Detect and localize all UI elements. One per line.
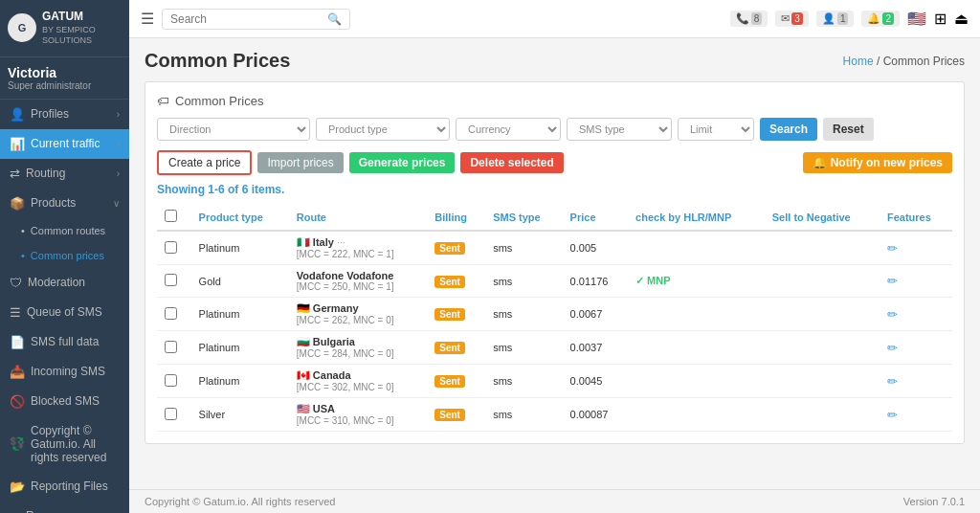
sidebar-item-currency-rates[interactable]: 💱 Copyright © Gatum.io. All rights reser…	[0, 416, 129, 472]
edit-icon[interactable]: ✏	[887, 374, 898, 389]
search-input[interactable]	[170, 12, 323, 26]
row-checkbox[interactable]	[157, 331, 191, 365]
topbar: ☰ 🔍 📞 8 ✉ 3 👤 1 🔔 2 🇺🇸 ⊞ ⏏	[129, 0, 980, 38]
topbar-badge-phone[interactable]: 📞 8	[730, 11, 768, 27]
delete-selected-button[interactable]: Delete selected	[460, 152, 563, 173]
topbar-badge-mail[interactable]: ✉ 3	[775, 11, 809, 27]
row-product-type: Silver	[191, 398, 289, 432]
col-price[interactable]: Price	[563, 204, 628, 231]
chevron-icon: ›	[117, 139, 120, 149]
breadcrumb-home[interactable]: Home	[843, 55, 874, 68]
row-checkbox[interactable]	[157, 398, 191, 432]
logo-text: GATUM BY SEMPICO SOLUTIONS	[42, 10, 122, 47]
row-sms-type: sms	[485, 265, 562, 298]
row-select-checkbox[interactable]	[165, 341, 177, 353]
row-price: 0.005	[563, 231, 628, 265]
row-features[interactable]: ✏	[880, 365, 952, 398]
queue-icon: ☰	[10, 305, 21, 320]
sms-full-icon: 📄	[10, 335, 25, 349]
sidebar-item-incoming-sms[interactable]: 📥 Incoming SMS	[0, 357, 129, 387]
row-select-checkbox[interactable]	[165, 374, 177, 387]
reset-button[interactable]: Reset	[823, 118, 874, 141]
row-features[interactable]: ✏	[880, 298, 952, 331]
sidebar-item-reporting-files[interactable]: 📂 Reporting Files	[0, 472, 129, 502]
sidebar-item-sms-full-data[interactable]: 📄 SMS full data	[0, 327, 129, 357]
row-price: 0.0067	[563, 298, 628, 331]
row-billing: Sent	[427, 298, 485, 331]
row-sell-negative	[765, 365, 880, 398]
col-features[interactable]: Features	[880, 204, 952, 231]
user-section: Victoria Super administrator	[0, 57, 129, 100]
row-product-type: Gold	[191, 265, 289, 298]
sidebar-item-products[interactable]: 📦 Products ∨	[0, 189, 129, 218]
direction-filter[interactable]: Direction	[157, 118, 310, 141]
select-all-checkbox[interactable]	[165, 210, 177, 222]
sidebar-item-common-routes[interactable]: • Common routes	[0, 218, 129, 243]
row-hlr-mnp	[628, 298, 765, 331]
user-name: Victoria	[8, 65, 122, 80]
sidebar-item-responses[interactable]: ↩ Responses ›	[0, 502, 129, 513]
row-sms-type: sms	[485, 331, 562, 365]
topbar-badge-bell[interactable]: 🔔 2	[861, 11, 900, 27]
sidebar-item-routing[interactable]: ⇄ Routing ›	[0, 159, 129, 189]
row-hlr-mnp	[628, 231, 765, 265]
row-checkbox[interactable]	[157, 231, 191, 265]
incoming-icon: 📥	[10, 365, 25, 379]
sidebar-item-moderation[interactable]: 🛡 Moderation	[0, 268, 129, 298]
table-row: Platinum 🇧🇬 Bulgaria[MCC = 284, MNC = 0]…	[157, 331, 952, 365]
row-select-checkbox[interactable]	[165, 241, 177, 254]
row-checkbox[interactable]	[157, 365, 191, 398]
col-billing[interactable]: Billing	[427, 204, 485, 231]
row-features[interactable]: ✏	[880, 398, 952, 432]
row-features[interactable]: ✏	[880, 231, 952, 265]
generate-prices-button[interactable]: Generate prices	[349, 152, 456, 173]
flag-icon[interactable]: 🇺🇸	[907, 10, 926, 28]
exit-icon[interactable]: ⏏	[954, 10, 969, 28]
page-title: Common Prices	[145, 50, 290, 72]
col-sell-negative[interactable]: Sell to Negative	[765, 204, 880, 231]
create-price-button[interactable]: Create a price	[157, 150, 252, 175]
row-sell-negative	[765, 298, 880, 331]
row-hlr-mnp	[628, 331, 765, 365]
grid-icon[interactable]: ⊞	[934, 10, 947, 28]
row-checkbox[interactable]	[157, 265, 191, 298]
notify-button[interactable]: 🔔 Notify on new prices	[803, 152, 952, 173]
search-box[interactable]: 🔍	[162, 9, 350, 30]
sidebar-item-common-prices[interactable]: • Common prices	[0, 243, 129, 268]
bell-notify-icon: 🔔	[813, 156, 830, 169]
sidebar-item-blocked-sms[interactable]: 🚫 Blocked SMS	[0, 387, 129, 416]
row-select-checkbox[interactable]	[165, 408, 177, 420]
row-select-checkbox[interactable]	[165, 307, 177, 320]
search-button[interactable]: Search	[760, 118, 817, 141]
row-select-checkbox[interactable]	[165, 274, 177, 286]
edit-icon[interactable]: ✏	[887, 274, 898, 288]
topbar-badge-user[interactable]: 👤 1	[816, 11, 855, 27]
table-row: Gold Vodafone Vodafone[MCC = 250, MNC = …	[157, 265, 952, 298]
row-hlr-mnp	[628, 398, 765, 432]
sidebar-item-current-traffic[interactable]: 📊 Current traffic ›	[0, 129, 129, 159]
limit-filter[interactable]: Limit	[678, 118, 754, 141]
row-features[interactable]: ✏	[880, 331, 952, 365]
table-row: Platinum 🇮🇹 Italy ···[MCC = 222, MNC = 1…	[157, 231, 952, 265]
col-sms-type[interactable]: SMS type	[485, 204, 562, 231]
sidebar-item-profiles[interactable]: 👤 Profiles ›	[0, 100, 129, 129]
product-type-filter[interactable]: Product type	[316, 118, 450, 141]
col-route[interactable]: Route	[289, 204, 428, 231]
sms-type-filter[interactable]: SMS type	[567, 118, 672, 141]
row-features[interactable]: ✏	[880, 265, 952, 298]
menu-toggle[interactable]: ☰	[141, 10, 154, 28]
profiles-icon: 👤	[10, 107, 25, 122]
sidebar-item-label: Common routes	[31, 225, 105, 236]
edit-icon[interactable]: ✏	[887, 241, 898, 256]
reporting-icon: 📂	[10, 480, 25, 494]
row-checkbox[interactable]	[157, 298, 191, 331]
edit-icon[interactable]: ✏	[887, 408, 898, 422]
edit-icon[interactable]: ✏	[887, 341, 898, 355]
col-product-type[interactable]: Product type	[191, 204, 289, 231]
import-prices-button[interactable]: Import prices	[257, 152, 343, 173]
col-hlr-mnp[interactable]: check by HLR/MNP	[628, 204, 765, 231]
sidebar-logo: G GATUM BY SEMPICO SOLUTIONS	[0, 0, 129, 57]
sidebar-item-queue-sms[interactable]: ☰ Queue of SMS	[0, 298, 129, 327]
currency-filter[interactable]: Currency	[456, 118, 561, 141]
edit-icon[interactable]: ✏	[887, 307, 898, 322]
